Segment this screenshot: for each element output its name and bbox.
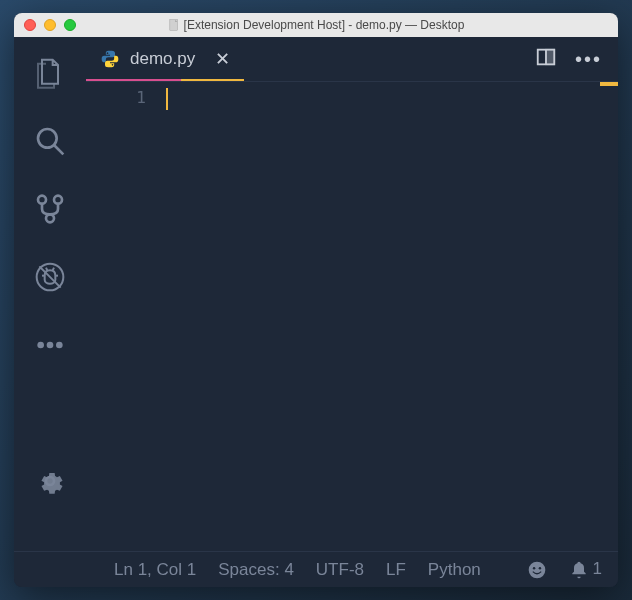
tab-label: demo.py (130, 49, 195, 69)
encoding[interactable]: UTF-8 (316, 560, 364, 580)
more-actions-icon[interactable] (30, 325, 70, 365)
eol[interactable]: LF (386, 560, 406, 580)
maximize-window-button[interactable] (64, 19, 76, 31)
notifications-count: 1 (593, 559, 602, 579)
svg-point-20 (538, 567, 541, 570)
svg-point-19 (532, 567, 535, 570)
search-icon[interactable] (30, 121, 70, 161)
explorer-icon[interactable] (30, 53, 70, 93)
line-gutter: 1 (86, 82, 166, 551)
svg-line-8 (46, 268, 47, 271)
svg-point-4 (54, 196, 62, 204)
code-editor[interactable]: 1 (86, 81, 618, 551)
split-editor-icon[interactable] (535, 46, 557, 72)
code-content[interactable] (166, 82, 618, 551)
settings-icon[interactable] (30, 461, 70, 501)
svg-point-1 (38, 129, 57, 148)
window-titlebar[interactable]: [Extension Development Host] - demo.py —… (14, 13, 618, 37)
main-area: demo.py ✕ ••• 1 (14, 37, 618, 551)
svg-point-13 (47, 342, 54, 349)
svg-point-18 (528, 561, 545, 578)
tab-active[interactable]: demo.py ✕ (86, 37, 244, 81)
overview-ruler-mark (600, 82, 618, 86)
close-tab-icon[interactable]: ✕ (215, 48, 230, 70)
svg-line-9 (53, 268, 54, 271)
feedback-icon[interactable] (527, 559, 547, 580)
close-window-button[interactable] (24, 19, 36, 31)
file-icon (168, 19, 180, 31)
svg-point-14 (56, 342, 63, 349)
window-title-text: [Extension Development Host] - demo.py —… (184, 18, 465, 32)
debug-icon[interactable] (30, 257, 70, 297)
cursor-position[interactable]: Ln 1, Col 1 (114, 560, 196, 580)
status-bar: Ln 1, Col 1 Spaces: 4 UTF-8 LF Python 1 (14, 551, 618, 587)
source-control-icon[interactable] (30, 189, 70, 229)
minimize-window-button[interactable] (44, 19, 56, 31)
tabs-bar: demo.py ✕ ••• (86, 37, 618, 81)
bell-icon (569, 559, 589, 580)
text-cursor (166, 88, 168, 110)
window-controls (24, 19, 76, 31)
activity-bar (14, 37, 86, 551)
line-number: 1 (86, 88, 146, 107)
notifications-button[interactable]: 1 (569, 559, 602, 580)
python-icon (100, 49, 120, 69)
svg-point-12 (37, 342, 44, 349)
language-mode[interactable]: Python (428, 560, 481, 580)
editor-area: demo.py ✕ ••• 1 (86, 37, 618, 551)
app-window: [Extension Development Host] - demo.py —… (14, 13, 618, 587)
indentation[interactable]: Spaces: 4 (218, 560, 294, 580)
svg-rect-17 (546, 50, 554, 65)
editor-actions: ••• (535, 37, 618, 81)
svg-point-3 (38, 196, 46, 204)
editor-more-icon[interactable]: ••• (575, 48, 602, 71)
window-title: [Extension Development Host] - demo.py —… (168, 18, 465, 32)
svg-line-2 (54, 145, 63, 154)
